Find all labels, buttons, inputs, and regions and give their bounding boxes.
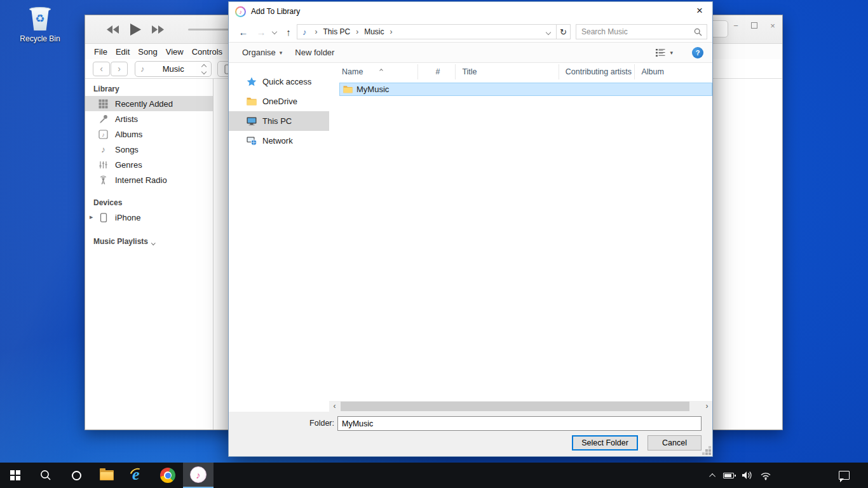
column-contributing-artists[interactable]: Contributing artists bbox=[559, 64, 635, 79]
sidebar-item-songs[interactable]: ♪ Songs bbox=[85, 142, 213, 157]
menu-controls[interactable]: Controls bbox=[192, 47, 222, 57]
dropdown-arrow-icon: ▾ bbox=[280, 50, 283, 56]
details-view-icon bbox=[656, 49, 665, 57]
breadcrumb[interactable]: ♪ › This PC › Music › bbox=[297, 24, 557, 39]
windows-logo-icon bbox=[10, 470, 20, 480]
dialog-titlebar[interactable]: ♪ Add To Library × bbox=[229, 2, 712, 21]
chrome-button[interactable] bbox=[153, 463, 183, 488]
wifi-icon[interactable] bbox=[760, 471, 771, 480]
sidebar-item-label: Songs bbox=[115, 145, 139, 154]
scroll-right-icon[interactable]: › bbox=[702, 401, 712, 412]
view-mode-button[interactable]: ▾ bbox=[656, 49, 692, 57]
tray-expand-icon[interactable] bbox=[709, 473, 715, 479]
column-number[interactable]: # bbox=[418, 64, 456, 79]
dialog-footer: Folder: Select Folder Cancel bbox=[229, 412, 712, 456]
sidebar-item-label: iPhone bbox=[115, 213, 140, 222]
search-input[interactable] bbox=[576, 27, 694, 36]
sidebar-item-albums[interactable]: ♪ Albums bbox=[85, 126, 213, 142]
expander-icon[interactable]: ▶ bbox=[90, 215, 93, 220]
breadcrumb-this-pc[interactable]: This PC bbox=[322, 27, 352, 36]
dialog-toolbar: Organise ▾ New folder ▾ ? bbox=[229, 43, 712, 63]
playback-controls bbox=[105, 15, 165, 44]
close-icon[interactable]: × bbox=[767, 21, 778, 30]
battery-icon[interactable] bbox=[723, 473, 734, 478]
horizontal-scrollbar[interactable]: ‹ › bbox=[329, 401, 712, 412]
column-name[interactable]: Name bbox=[329, 64, 418, 79]
sidebar-item-label: Genres bbox=[115, 160, 142, 170]
action-center-button[interactable] bbox=[831, 463, 857, 488]
play-icon[interactable] bbox=[129, 23, 142, 36]
nav-pane-label: This PC bbox=[262, 116, 292, 126]
nav-pane-this-pc[interactable]: This PC bbox=[229, 111, 329, 131]
itunes-back-button[interactable]: ‹ bbox=[93, 62, 110, 76]
close-icon[interactable]: × bbox=[687, 2, 712, 20]
music-note-icon: ♪ bbox=[140, 64, 145, 74]
dialog-nav-pane: Quick access OneDrive This PC Network bbox=[229, 63, 329, 413]
sidebar-item-genres[interactable]: Genres bbox=[85, 157, 213, 172]
folder-name-input[interactable] bbox=[337, 416, 702, 431]
sidebar-item-label: Albums bbox=[115, 130, 142, 139]
nav-pane-network[interactable]: Network bbox=[229, 131, 329, 151]
star-icon bbox=[246, 77, 257, 86]
search-icon[interactable] bbox=[694, 28, 702, 36]
maximize-icon[interactable] bbox=[749, 21, 760, 30]
sidebar-item-internet-radio[interactable]: Internet Radio bbox=[85, 172, 213, 187]
menu-song[interactable]: Song bbox=[138, 47, 157, 57]
breadcrumb-separator: › bbox=[351, 27, 363, 36]
rewind-icon[interactable] bbox=[105, 25, 120, 34]
devices-header: Devices bbox=[85, 195, 213, 210]
sidebar-item-artists[interactable]: Artists bbox=[85, 111, 213, 126]
column-title[interactable]: Title bbox=[456, 64, 559, 79]
help-button[interactable]: ? bbox=[692, 47, 703, 58]
sidebar-item-iphone[interactable]: ▶ iPhone bbox=[85, 210, 213, 225]
music-playlists-header[interactable]: Music Playlists bbox=[85, 234, 213, 248]
menu-edit[interactable]: Edit bbox=[116, 47, 130, 57]
forward-button[interactable]: → bbox=[254, 21, 268, 43]
itunes-forward-button[interactable]: › bbox=[111, 62, 128, 76]
nav-pane-label: OneDrive bbox=[262, 97, 297, 106]
chrome-icon bbox=[160, 468, 175, 483]
scroll-left-icon[interactable]: ‹ bbox=[329, 401, 340, 412]
menu-file[interactable]: File bbox=[94, 47, 107, 57]
resize-grip[interactable] bbox=[709, 452, 711, 455]
column-label: # bbox=[436, 67, 440, 76]
address-dropdown-chevron-icon[interactable] bbox=[546, 27, 556, 36]
menu-view[interactable]: View bbox=[166, 47, 184, 57]
cancel-button[interactable]: Cancel bbox=[648, 435, 702, 451]
cortana-button[interactable] bbox=[61, 463, 92, 488]
organise-button[interactable]: Organise ▾ bbox=[229, 43, 288, 62]
add-to-library-dialog: ♪ Add To Library × ← → ↑ ♪ › This PC › M… bbox=[228, 1, 713, 457]
breadcrumb-separator: › bbox=[311, 27, 322, 36]
select-folder-button[interactable]: Select Folder bbox=[572, 435, 638, 451]
column-label: Title bbox=[462, 67, 477, 76]
recycle-bin[interactable]: ♻ Recycle Bin bbox=[15, 5, 65, 43]
fast-forward-icon[interactable] bbox=[151, 25, 165, 34]
nav-pane-onedrive[interactable]: OneDrive bbox=[229, 92, 329, 111]
nav-pane-quick-access[interactable]: Quick access bbox=[229, 72, 329, 92]
taskbar-search-button[interactable] bbox=[31, 463, 61, 488]
refresh-button[interactable]: ↻ bbox=[557, 24, 571, 39]
media-kind-selector[interactable]: ♪ Music bbox=[135, 61, 212, 77]
minimize-icon[interactable]: − bbox=[730, 21, 742, 30]
file-explorer-button[interactable] bbox=[92, 463, 122, 488]
sidebar-item-recently-added[interactable]: Recently Added bbox=[85, 96, 213, 111]
volume-icon[interactable] bbox=[742, 470, 752, 480]
dialog-main: Quick access OneDrive This PC Network bbox=[229, 63, 712, 413]
file-explorer-icon bbox=[100, 470, 114, 480]
radio-antenna-icon bbox=[98, 175, 109, 185]
music-folder-icon: ♪ bbox=[297, 27, 311, 37]
start-button[interactable] bbox=[0, 463, 31, 488]
column-headers: Name # Title Contributing artists Album bbox=[329, 64, 712, 79]
new-folder-button[interactable]: New folder bbox=[288, 43, 341, 62]
itunes-taskbar-button[interactable]: ♪ bbox=[183, 463, 214, 488]
recent-locations-chevron-icon[interactable] bbox=[269, 21, 280, 43]
file-row-mymusic[interactable]: MyMusic bbox=[339, 83, 712, 96]
back-button[interactable]: ← bbox=[236, 21, 250, 43]
genres-icon bbox=[98, 160, 109, 170]
internet-explorer-button[interactable]: e bbox=[122, 463, 153, 488]
scrollbar-thumb[interactable] bbox=[341, 402, 689, 411]
up-button[interactable]: ↑ bbox=[281, 21, 295, 43]
breadcrumb-music[interactable]: Music bbox=[363, 27, 385, 36]
column-album[interactable]: Album bbox=[635, 64, 712, 79]
sidebar-item-label: Recently Added bbox=[115, 99, 173, 109]
